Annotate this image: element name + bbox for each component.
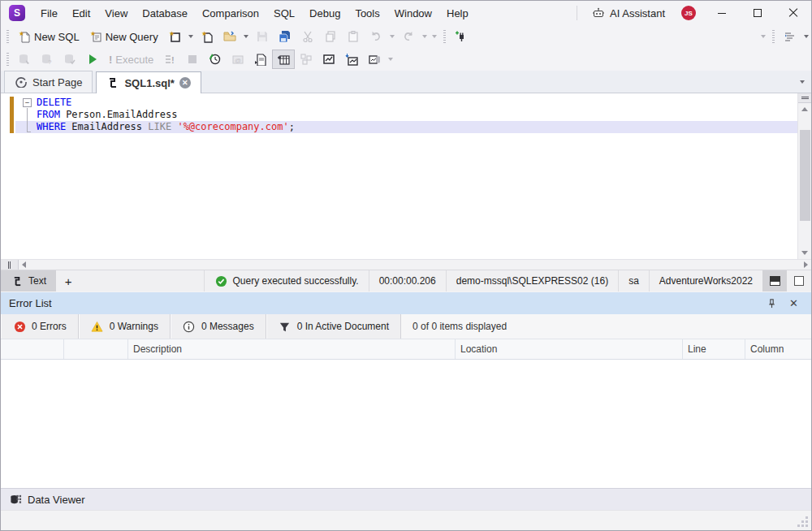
messages-filter-button[interactable]: 0 Messages [171, 314, 266, 339]
menu-edit[interactable]: Edit [65, 1, 97, 25]
new-document-button[interactable]: ★ [196, 27, 218, 46]
new-sql-button[interactable]: ★ New SQL [13, 27, 84, 46]
execute-button[interactable]: ! Execute [104, 50, 158, 69]
copy-button[interactable] [319, 27, 342, 46]
toolbar-grip[interactable] [6, 53, 9, 66]
tab-start-page[interactable]: Start Page [4, 71, 93, 93]
resize-grip[interactable] [798, 517, 808, 527]
execute-label: Execute [115, 54, 153, 66]
cut-button[interactable] [296, 27, 319, 46]
server-name[interactable]: demo-mssql\SQLEXPRESS02 (16) [446, 270, 618, 291]
query-plan-button[interactable] [249, 50, 272, 69]
warnings-filter-button[interactable]: 0 Warnings [79, 314, 171, 339]
error-list-header[interactable]: Error List ✕ [1, 291, 811, 314]
full-view-button[interactable] [787, 270, 811, 291]
toolbar-grip[interactable] [443, 30, 446, 43]
add-result-tab-button[interactable]: + [56, 270, 80, 291]
start-page-icon [15, 76, 28, 88]
editor-hsplit-handle[interactable] [1, 260, 19, 270]
results-grid-button[interactable] [272, 50, 295, 69]
scroll-down-arrow[interactable] [801, 251, 808, 255]
split-view-button[interactable] [762, 270, 787, 291]
menu-comparison[interactable]: Comparison [195, 1, 266, 25]
toolbar-grip[interactable] [6, 30, 9, 43]
save-all-button[interactable] [274, 27, 296, 46]
new-window-dropdown[interactable] [188, 35, 193, 38]
menu-debug[interactable]: Debug [302, 1, 348, 25]
undo-button[interactable] [365, 27, 387, 46]
fold-collapse-icon[interactable]: − [23, 98, 32, 107]
pin-icon[interactable] [765, 297, 778, 310]
save-button[interactable] [251, 27, 274, 46]
menu-help[interactable]: Help [439, 1, 476, 25]
vertical-scroll-thumb[interactable] [800, 130, 810, 221]
database-name[interactable]: AdventureWorks2022 [649, 270, 762, 291]
column-category[interactable] [64, 339, 128, 359]
close-button[interactable] [775, 1, 811, 25]
editor-split-handle[interactable] [798, 93, 812, 103]
pivot-table-button[interactable] [363, 50, 386, 69]
vertical-scrollbar[interactable] [797, 93, 811, 259]
column-description[interactable]: Description [128, 339, 456, 359]
menu-tools[interactable]: Tools [348, 1, 387, 25]
errors-filter-button[interactable]: 0 Errors [1, 314, 79, 339]
column-location[interactable]: Location [456, 339, 683, 359]
code-line[interactable]: WHERE EmailAddress LIKE '%@corecompany.c… [1, 121, 797, 133]
pivot-dropdown[interactable] [388, 58, 393, 61]
menu-window[interactable]: Window [387, 1, 439, 25]
new-query-button[interactable]: ★ New Query [84, 27, 163, 46]
data-viewer-bar[interactable]: Data Viewer [1, 488, 811, 510]
query-history-button[interactable] [204, 50, 227, 69]
result-tab-text[interactable]: Text [1, 270, 56, 291]
redo-dropdown[interactable] [422, 35, 427, 38]
navigate-dropdown[interactable] [432, 35, 437, 38]
scroll-up-arrow[interactable] [801, 107, 808, 111]
menu-view[interactable]: View [97, 1, 135, 25]
ai-assistant-button[interactable]: AI Assistant [584, 1, 673, 25]
tab-sql1[interactable]: SQL1.sql* ✕ [96, 71, 201, 93]
code-line[interactable]: FROM Person.EmailAddress [1, 109, 797, 121]
error-table-body[interactable] [1, 360, 811, 488]
user-avatar-badge[interactable]: JS [681, 6, 696, 20]
minimize-button[interactable] [704, 1, 740, 25]
scroll-right-arrow[interactable] [804, 261, 808, 268]
layout-button[interactable] [295, 50, 317, 69]
undo-dropdown[interactable] [390, 35, 395, 38]
chart-button[interactable] [317, 50, 340, 69]
toolbar-overflow-dropdown[interactable] [761, 35, 766, 38]
menu-sql[interactable]: SQL [266, 1, 302, 25]
query-database-button[interactable]: ? [36, 50, 58, 69]
send-mail-button[interactable]: @ [227, 50, 249, 69]
menu-file[interactable]: File [33, 1, 65, 25]
maximize-button[interactable] [740, 1, 775, 25]
menu-database[interactable]: Database [135, 1, 195, 25]
open-file-dropdown[interactable] [244, 35, 248, 38]
column-column[interactable]: Column [745, 339, 811, 359]
redo-button[interactable] [397, 27, 420, 46]
run-button[interactable] [81, 50, 104, 69]
execute-script-button[interactable]: ! [158, 50, 181, 69]
code-line[interactable]: DELETE [1, 97, 797, 109]
tab-list-dropdown[interactable] [800, 80, 805, 84]
active-document-filter-button[interactable]: 0 In Active Document [266, 314, 401, 339]
import-chart-button[interactable] [340, 50, 363, 69]
edit-database-button[interactable] [13, 50, 36, 69]
format-button[interactable] [779, 27, 801, 46]
code-area[interactable]: DELETEFROM Person.EmailAddressWHERE Emai… [1, 93, 797, 259]
open-file-button[interactable] [218, 27, 241, 46]
column-line[interactable]: Line [683, 339, 745, 359]
scroll-left-arrow[interactable] [22, 261, 26, 268]
horizontal-scrollbar[interactable] [1, 259, 811, 270]
new-connection-button[interactable] [450, 27, 473, 46]
user-name[interactable]: sa [618, 270, 649, 291]
stop-button[interactable] [181, 50, 204, 69]
column-icon[interactable] [1, 339, 64, 359]
validate-database-button[interactable] [58, 50, 81, 69]
toolbar-grip[interactable] [772, 30, 775, 43]
error-list-close-icon[interactable]: ✕ [789, 297, 798, 309]
paste-button[interactable] [342, 27, 365, 46]
new-window-icon: ★ [168, 30, 181, 43]
tab-close-icon[interactable]: ✕ [179, 77, 191, 88]
new-window-button[interactable]: ★ [163, 27, 186, 46]
format-dropdown[interactable] [804, 35, 809, 38]
